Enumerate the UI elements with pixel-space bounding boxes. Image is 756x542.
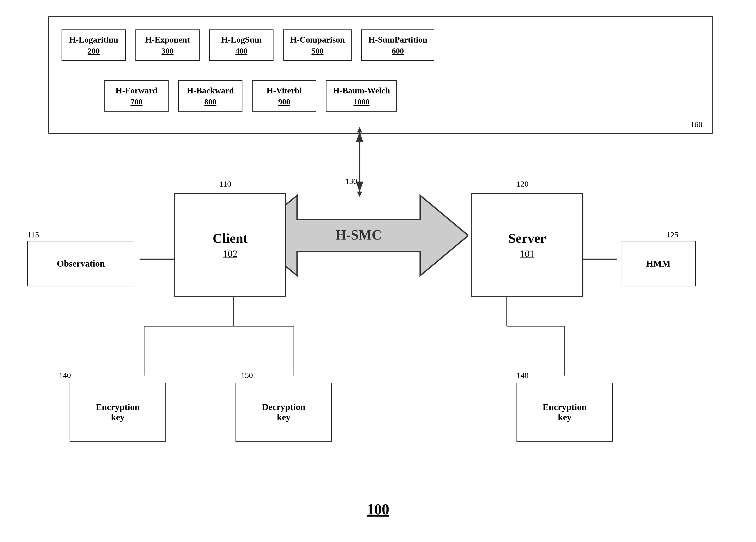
ref-125: 125 <box>666 230 678 239</box>
hmm-box: HMM <box>621 241 696 286</box>
box-h-viterbi: H-Viterbi 900 <box>252 80 316 112</box>
encryption-key-left-box: Encryption key <box>70 383 166 442</box>
ref-160: 160 <box>690 120 702 129</box>
box-h-baum-welch: H-Baum-Welch 1000 <box>326 80 397 112</box>
observation-box: Observation <box>27 241 134 286</box>
server-box: Server 101 <box>471 193 583 297</box>
ref-140-left: 140 <box>59 371 71 380</box>
box-h-backward: H-Backward 800 <box>178 80 242 112</box>
decryption-key-box: Decryption key <box>235 383 332 442</box>
box-h-exponent: H-Exponent 300 <box>135 29 200 61</box>
ref-130: 130 <box>345 177 357 186</box>
box-h-logsum: H-LogSum 400 <box>209 29 273 61</box>
encryption-key-right-box: Encryption key <box>516 383 613 442</box>
svg-text:H-SMC: H-SMC <box>335 227 382 242</box>
ref-120: 120 <box>516 179 529 188</box>
ref-110: 110 <box>219 179 231 188</box>
ref-150: 150 <box>241 371 253 380</box>
box-h-logarithm: H-Logarithm 200 <box>62 29 126 61</box>
ref-140-right: 140 <box>516 371 529 380</box>
ref-115: 115 <box>27 230 39 239</box>
box-h-forward: H-Forward 700 <box>104 80 169 112</box>
client-box: Client 102 <box>174 193 286 297</box>
figure-number: 100 <box>367 501 389 518</box>
box-h-sumpartition: H-SumPartition 600 <box>361 29 434 61</box>
box-h-comparison: H-Comparison 500 <box>283 29 352 61</box>
